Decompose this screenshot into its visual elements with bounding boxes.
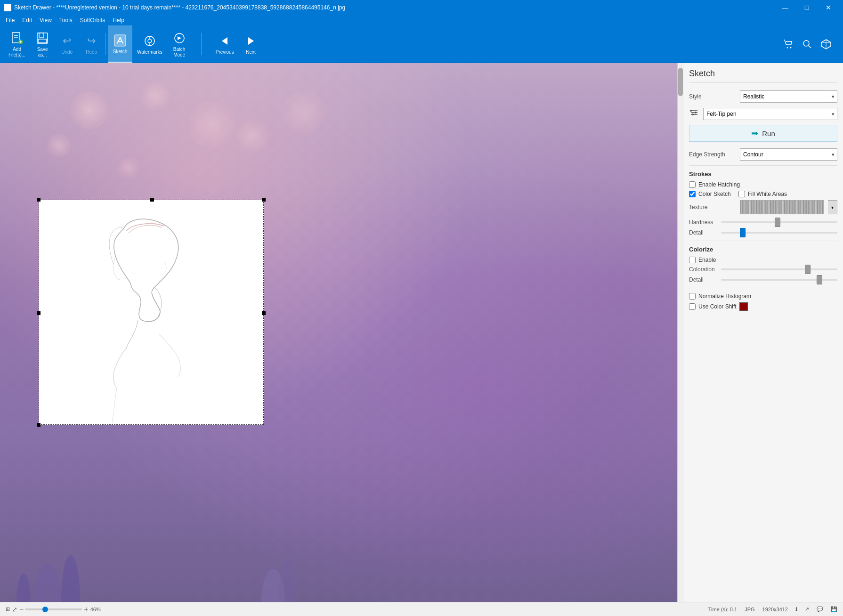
- style-select[interactable]: Realistic Comic Pencil: [740, 90, 837, 103]
- colorize-detail-thumb[interactable]: [817, 275, 822, 284]
- save-as-label: Saveas...: [37, 47, 48, 58]
- svg-point-12: [148, 39, 152, 43]
- feedback-icon[interactable]: 💬: [817, 606, 823, 612]
- bokeh-2: [141, 82, 170, 110]
- svg-point-34: [695, 112, 697, 113]
- menu-bar: File Edit View Tools SoftOrbits Help: [0, 15, 843, 25]
- divider-strokes: [689, 165, 837, 166]
- colorize-enable-label[interactable]: Enable: [698, 257, 716, 263]
- minimize-button[interactable]: —: [774, 0, 796, 15]
- svg-marker-16: [222, 37, 227, 45]
- next-label: Next: [246, 49, 256, 55]
- menu-help[interactable]: Help: [109, 16, 128, 24]
- texture-preview[interactable]: [740, 200, 824, 214]
- previous-button[interactable]: Previous: [211, 25, 239, 63]
- undo-label: Undo: [61, 49, 73, 55]
- color-shift-checkbox[interactable]: [689, 303, 696, 310]
- hardness-row: Hardness: [689, 219, 837, 226]
- scroll-bar[interactable]: [677, 63, 683, 602]
- normalize-histogram-label[interactable]: Normalize Histogram: [698, 293, 751, 300]
- sketch-label: Sketch: [113, 49, 128, 54]
- add-file-button[interactable]: AddFile(s)...: [4, 25, 30, 63]
- toolbar-sep-1: [105, 33, 106, 55]
- svg-point-33: [690, 110, 692, 112]
- watermarks-icon: [142, 33, 157, 49]
- presets-icon: [689, 107, 699, 120]
- save-status-icon[interactable]: 💾: [831, 606, 837, 612]
- cube-icon[interactable]: [819, 37, 834, 52]
- presets-select[interactable]: Felt-Tip pen Pencil Charcoal: [703, 108, 837, 120]
- status-right: Time (s): 0.1 JPG 1920x3412 ℹ ↗ 💬 💾: [708, 606, 837, 612]
- search-icon[interactable]: [800, 37, 815, 52]
- handle-mid-right[interactable]: [262, 311, 266, 315]
- edge-strength-select[interactable]: Contour Normal Strong: [740, 148, 837, 161]
- export-icon[interactable]: ↗: [805, 606, 809, 612]
- save-as-button[interactable]: Saveas...: [30, 25, 55, 63]
- detail-track[interactable]: [721, 232, 837, 234]
- undo-button[interactable]: ↩ Undo: [55, 25, 79, 63]
- zoom-plus-button[interactable]: +: [84, 605, 88, 614]
- bokeh-4: [47, 134, 71, 157]
- hardness-track[interactable]: [721, 221, 837, 223]
- colorize-enable-row: Enable: [689, 257, 837, 263]
- menu-tools[interactable]: Tools: [56, 16, 76, 24]
- watermarks-label: Watermarks: [137, 49, 162, 55]
- info-icon[interactable]: ℹ: [795, 606, 797, 612]
- zoom-minus-button[interactable]: −: [19, 605, 24, 614]
- maximize-button[interactable]: □: [796, 0, 818, 15]
- menu-softorbits[interactable]: SoftOrbits: [76, 16, 109, 24]
- color-shift-label[interactable]: Use Color Shift: [698, 303, 737, 310]
- handle-bottom-left[interactable]: [37, 423, 41, 427]
- zoom-fit-icon[interactable]: ⊞: [6, 606, 10, 612]
- bokeh-5: [235, 120, 268, 153]
- color-sketch-row: Color Sketch Fill White Areas: [689, 191, 837, 197]
- hardness-thumb[interactable]: [775, 218, 780, 227]
- batch-mode-button[interactable]: BatchMode: [167, 25, 192, 63]
- close-button[interactable]: ✕: [818, 0, 839, 15]
- normalize-row: Normalize Histogram: [689, 293, 837, 300]
- zoom-actual-icon[interactable]: ⤢: [12, 606, 17, 613]
- sketch-canvas[interactable]: [39, 200, 264, 425]
- handle-top-right[interactable]: [262, 198, 266, 202]
- colorize-detail-track[interactable]: [721, 279, 837, 281]
- colorize-enable-checkbox[interactable]: [689, 257, 696, 263]
- bokeh-3: [188, 101, 235, 148]
- fill-white-areas-checkbox[interactable]: [738, 191, 745, 197]
- zoom-slider[interactable]: [25, 608, 82, 610]
- previous-icon: [217, 33, 232, 49]
- menu-file[interactable]: File: [2, 16, 18, 24]
- color-sketch-label[interactable]: Color Sketch: [698, 191, 731, 197]
- fill-white-areas-label[interactable]: Fill White Areas: [748, 191, 787, 197]
- normalize-histogram-checkbox[interactable]: [689, 293, 696, 300]
- coloration-track[interactable]: [721, 268, 837, 270]
- scroll-thumb[interactable]: [678, 68, 683, 96]
- enable-hatching-checkbox[interactable]: [689, 181, 696, 188]
- handle-top-left[interactable]: [37, 198, 41, 202]
- color-sketch-check-row: Color Sketch: [689, 191, 731, 197]
- next-button[interactable]: Next: [239, 25, 263, 63]
- svg-point-25: [33, 564, 61, 602]
- canvas-area[interactable]: [0, 63, 677, 602]
- texture-dropdown-btn[interactable]: ▾: [828, 200, 837, 214]
- handle-mid-left[interactable]: [37, 311, 41, 315]
- handle-top-center[interactable]: [150, 198, 154, 202]
- sketch-button[interactable]: Sketch: [108, 25, 132, 63]
- detail-label: Detail: [689, 229, 717, 236]
- svg-marker-17: [248, 37, 254, 45]
- presets-select-wrapper: Felt-Tip pen Pencil Charcoal: [703, 108, 837, 120]
- run-button[interactable]: ➡ Run: [689, 125, 837, 142]
- fill-white-areas-row: Fill White Areas: [738, 191, 787, 197]
- watermarks-button[interactable]: Watermarks: [132, 25, 167, 63]
- coloration-thumb[interactable]: [805, 265, 811, 274]
- detail-thumb[interactable]: [740, 228, 746, 237]
- svg-point-35: [692, 113, 694, 115]
- enable-hatching-label[interactable]: Enable Hatching: [698, 181, 740, 188]
- color-shift-swatch[interactable]: [739, 302, 748, 311]
- cart-icon[interactable]: [781, 37, 796, 52]
- redo-button[interactable]: ↪ Redo: [79, 25, 104, 63]
- menu-view[interactable]: View: [36, 16, 56, 24]
- zoom-thumb[interactable]: [42, 607, 48, 612]
- color-sketch-checkbox[interactable]: [689, 191, 696, 197]
- menu-edit[interactable]: Edit: [18, 16, 36, 24]
- svg-point-26: [61, 555, 80, 602]
